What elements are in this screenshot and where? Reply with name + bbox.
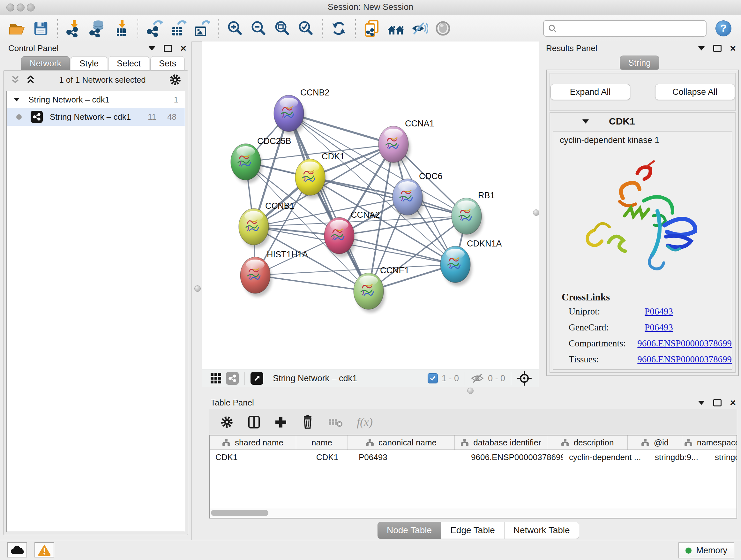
table-panel-close-icon[interactable]: × xyxy=(730,397,736,408)
tab-node-table[interactable]: Node Table xyxy=(378,522,441,539)
collection-expander-icon[interactable] xyxy=(14,98,19,101)
network-share-view-icon[interactable] xyxy=(226,372,239,385)
export-network-button[interactable] xyxy=(145,19,164,38)
detach-view-icon[interactable] xyxy=(251,372,263,385)
network-edge[interactable] xyxy=(255,275,368,291)
export-image-button[interactable] xyxy=(192,19,211,38)
table-horizontal-scrollbar[interactable] xyxy=(210,508,737,518)
tab-select[interactable]: Select xyxy=(108,56,149,71)
gene-expander-icon[interactable] xyxy=(582,119,589,124)
table-tabs: Node Table Edge Table Network Table xyxy=(378,522,579,539)
column-header-canonical-name[interactable]: canonical name xyxy=(348,435,455,449)
cell-namespace[interactable]: stringdb xyxy=(709,452,737,462)
panel-float-icon[interactable] xyxy=(164,45,172,52)
show-hide-details-button[interactable] xyxy=(410,19,429,38)
tab-style[interactable]: Style xyxy=(71,56,107,71)
network-node-CDKN1A[interactable] xyxy=(441,246,472,286)
network-node-HIST1H1A[interactable] xyxy=(240,257,272,297)
zoom-in-button[interactable] xyxy=(225,19,245,38)
import-network-from-database-button[interactable] xyxy=(88,19,107,38)
results-panel-menu-icon[interactable] xyxy=(698,46,705,51)
clone-network-button[interactable] xyxy=(362,19,382,38)
birds-eye-toggle-icon[interactable] xyxy=(517,371,532,386)
help-button[interactable]: ? xyxy=(716,20,731,37)
tab-edge-table[interactable]: Edge Table xyxy=(441,522,504,539)
home-button[interactable] xyxy=(386,19,405,38)
column-header-id[interactable]: @id xyxy=(628,435,682,449)
column-header-shared-name[interactable]: shared name xyxy=(210,435,296,449)
string-network-graph[interactable]: CCNB2CCNA1CDC25BCDK1CDC6RB1CCNB1CCNA2CDK… xyxy=(202,42,539,369)
column-header-namespace[interactable]: namespace xyxy=(682,435,737,449)
right-splitter-handle[interactable] xyxy=(533,209,539,216)
collapse-all-button[interactable]: Collapse All xyxy=(655,84,735,100)
cell-database-identifier[interactable]: 9606.ENSP00000378699 xyxy=(465,452,563,462)
column-header-database-identifier[interactable]: database identifier xyxy=(455,435,547,449)
import-network-button[interactable] xyxy=(64,19,84,38)
export-table-button[interactable] xyxy=(169,19,188,38)
add-column-icon[interactable] xyxy=(274,416,287,428)
search-field[interactable] xyxy=(543,20,706,37)
selected-checkbox-icon[interactable] xyxy=(428,373,438,383)
panel-menu-icon[interactable] xyxy=(148,46,155,51)
search-input[interactable] xyxy=(560,23,706,34)
open-session-button[interactable] xyxy=(8,19,27,38)
left-splitter-handle[interactable] xyxy=(194,286,201,292)
expand-all-chevrons-icon[interactable] xyxy=(25,75,36,84)
cell-name[interactable]: CDK1 xyxy=(301,452,353,462)
network-node-CDC6[interactable] xyxy=(393,179,424,219)
apply-layout-button[interactable] xyxy=(329,19,348,38)
network-node-CDC25B[interactable] xyxy=(231,144,262,183)
tab-string-results[interactable]: String xyxy=(620,56,660,70)
results-panel-float-icon[interactable] xyxy=(713,45,722,52)
network-row-selected[interactable]: String Network – cdk1 11 48 xyxy=(7,108,185,126)
network-view-canvas[interactable]: CCNB2CCNA1CDC25BCDK1CDC6RB1CCNB1CCNA2CDK… xyxy=(202,42,539,369)
collapse-all-chevrons-icon[interactable] xyxy=(10,75,21,84)
table-row[interactable]: CDK1 CDK1 P06493 9606.ENSP00000378699 cy… xyxy=(210,450,737,464)
cloud-status-button[interactable] xyxy=(7,542,27,557)
control-panel: Control Panel × Network Style Select Set… xyxy=(0,42,192,540)
warnings-button[interactable] xyxy=(35,542,54,557)
network-node-CCNB2[interactable] xyxy=(274,95,306,135)
cell-description[interactable]: cyclin-dependent ... xyxy=(563,452,649,462)
import-table-button[interactable] xyxy=(112,19,131,38)
bottom-splitter-handle[interactable] xyxy=(467,388,474,394)
crosslink-link[interactable]: 9606.ENSP00000378699 xyxy=(637,338,732,349)
panel-close-icon[interactable]: × xyxy=(180,43,186,53)
table-options-gear-icon[interactable] xyxy=(220,415,233,429)
network-node-RB1[interactable] xyxy=(452,198,483,238)
network-options-gear-icon[interactable] xyxy=(169,73,182,86)
tab-sets[interactable]: Sets xyxy=(150,56,185,71)
network-node-CCNA2[interactable] xyxy=(324,217,356,257)
tab-network-table[interactable]: Network Table xyxy=(504,522,579,539)
crosslink-row: Compartments: 9606.ENSP00000378699 xyxy=(569,338,732,349)
table-panel-float-icon[interactable] xyxy=(713,399,722,407)
cell-shared-name[interactable]: CDK1 xyxy=(210,452,301,462)
network-collection-row[interactable]: String Network – cdk1 1 xyxy=(7,91,185,108)
zoom-out-button[interactable] xyxy=(249,19,268,38)
column-header-name[interactable]: name xyxy=(296,435,348,449)
network-node-CCNB1[interactable] xyxy=(239,208,270,248)
network-node-CCNE1[interactable] xyxy=(354,273,385,313)
zoom-fit-button[interactable] xyxy=(273,19,292,38)
results-panel-close-icon[interactable]: × xyxy=(730,43,736,53)
delete-column-icon[interactable] xyxy=(301,415,314,429)
expand-all-button[interactable]: Expand All xyxy=(550,84,630,100)
grid-view-icon[interactable] xyxy=(210,372,222,384)
zoom-selected-button[interactable] xyxy=(296,19,315,38)
crosslink-link[interactable]: P06493 xyxy=(645,306,673,317)
tab-network[interactable]: Network xyxy=(21,56,70,71)
node-table[interactable]: shared name name canonical name database… xyxy=(209,435,737,518)
show-columns-icon[interactable] xyxy=(248,415,260,429)
memory-button[interactable]: Memory xyxy=(678,543,734,558)
scrollbar-thumb[interactable] xyxy=(211,510,268,516)
save-session-button[interactable] xyxy=(31,19,51,38)
birds-eye-button[interactable] xyxy=(433,19,453,38)
cell-canonical-name[interactable]: P06493 xyxy=(353,452,465,462)
table-panel-menu-icon[interactable] xyxy=(698,401,705,405)
column-header-description[interactable]: description xyxy=(547,435,628,449)
network-edge[interactable] xyxy=(289,113,368,291)
crosslink-link[interactable]: P06493 xyxy=(645,322,673,333)
crosslink-link[interactable]: 9606.ENSP00000378699 xyxy=(637,354,732,365)
cell-id[interactable]: stringdb:9... xyxy=(649,452,709,462)
network-node-CDK1[interactable] xyxy=(295,159,327,199)
